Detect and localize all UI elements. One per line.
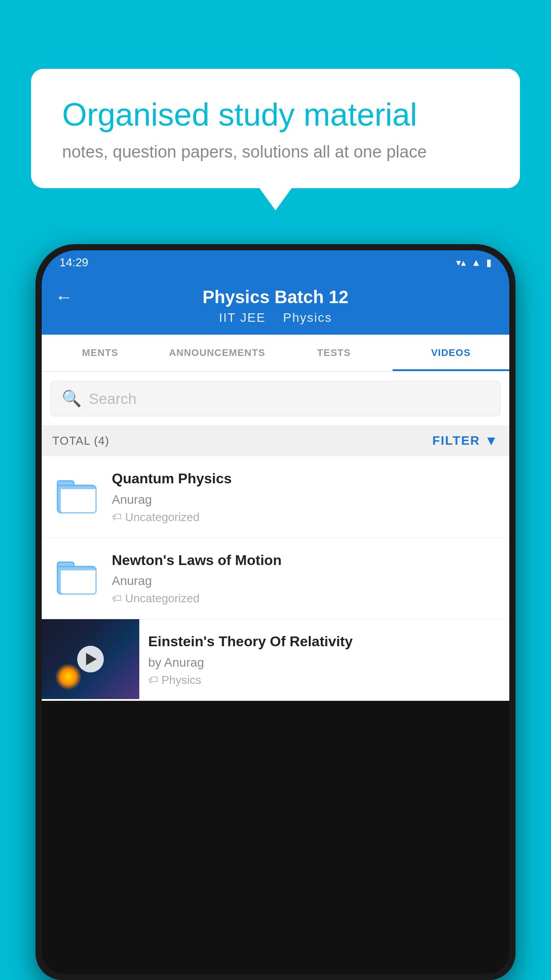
tab-announcements[interactable]: ANNOUNCEMENTS [159,335,276,371]
status-time: 14:29 [59,256,88,269]
signal-icon: ▲ [471,257,481,269]
video-title: Quantum Physics [112,470,499,488]
video-tag: 🏷 Physics [148,673,500,687]
tag-label: Physics [161,673,201,687]
app-bar-subtitle: IIT JEE Physics [55,311,496,325]
video-info-2: Newton's Laws of Motion Anurag 🏷 Uncateg… [112,551,499,606]
video-author: by Anurag [148,656,500,670]
video-tag: 🏷 Uncategorized [112,592,499,605]
video-thumbnail-1 [52,480,101,514]
speech-bubble-container: Organised study material notes, question… [31,69,520,188]
tag-icon: 🏷 [112,593,122,605]
back-button[interactable]: ← [55,287,73,307]
video-info-3: Einstein's Theory Of Relativity by Anura… [139,619,509,700]
video-thumbnail-2 [52,561,101,595]
video-author: Anurag [112,493,499,507]
phone-frame: 14:29 ▾▴ ▲ ▮ ← Physics Batch 12 IIT JEE … [35,244,516,980]
subtitle-physics: Physics [283,311,332,324]
filter-button[interactable]: FILTER ▼ [432,433,499,448]
video-thumbnail-3 [42,619,139,699]
battery-icon: ▮ [486,257,492,269]
wifi-icon: ▾▴ [456,257,466,269]
tag-label: Uncategorized [125,592,200,605]
play-button[interactable] [77,646,104,672]
video-list: Quantum Physics Anurag 🏷 Uncategorized [42,456,509,701]
list-item[interactable]: Newton's Laws of Motion Anurag 🏷 Uncateg… [42,538,509,620]
search-placeholder: Search [89,390,137,407]
tag-icon: 🏷 [148,674,158,686]
tabs-bar: MENTS ANNOUNCEMENTS TESTS VIDEOS [42,335,509,372]
bubble-subtitle: notes, question papers, solutions all at… [62,142,489,162]
video-title: Newton's Laws of Motion [112,551,499,570]
filter-row: TOTAL (4) FILTER ▼ [42,425,509,456]
folder-icon [57,561,97,595]
tag-label: Uncategorized [125,510,200,524]
app-bar-top: ← Physics Batch 12 [55,287,496,307]
filter-icon: ▼ [484,433,499,448]
speech-bubble: Organised study material notes, question… [31,69,520,188]
status-bar: 14:29 ▾▴ ▲ ▮ [42,250,509,275]
screen-content: 🔍 Search TOTAL (4) FILTER ▼ [42,372,509,701]
list-item[interactable]: Einstein's Theory Of Relativity by Anura… [42,619,509,701]
glow-effect [55,664,82,690]
filter-label: FILTER [432,434,480,448]
tab-tests[interactable]: TESTS [276,335,393,371]
list-item[interactable]: Quantum Physics Anurag 🏷 Uncategorized [42,456,509,538]
folder-icon [57,480,97,514]
tab-videos[interactable]: VIDEOS [393,335,510,371]
video-title: Einstein's Theory Of Relativity [148,632,500,651]
search-icon: 🔍 [62,389,82,408]
play-triangle-icon [86,653,97,665]
tab-documents[interactable]: MENTS [42,335,159,371]
total-count: TOTAL (4) [52,434,109,448]
bubble-title: Organised study material [62,95,489,134]
video-author: Anurag [112,574,499,588]
app-bar-title: Physics Batch 12 [82,287,469,307]
subtitle-iit: IIT JEE [219,311,266,324]
phone-inner: 14:29 ▾▴ ▲ ▮ ← Physics Batch 12 IIT JEE … [42,250,509,974]
video-tag: 🏷 Uncategorized [112,510,499,524]
video-info-1: Quantum Physics Anurag 🏷 Uncategorized [112,470,499,524]
status-icons: ▾▴ ▲ ▮ [456,257,492,269]
search-bar[interactable]: 🔍 Search [51,381,500,416]
app-bar: ← Physics Batch 12 IIT JEE Physics [42,275,509,335]
tag-icon: 🏷 [112,511,122,523]
